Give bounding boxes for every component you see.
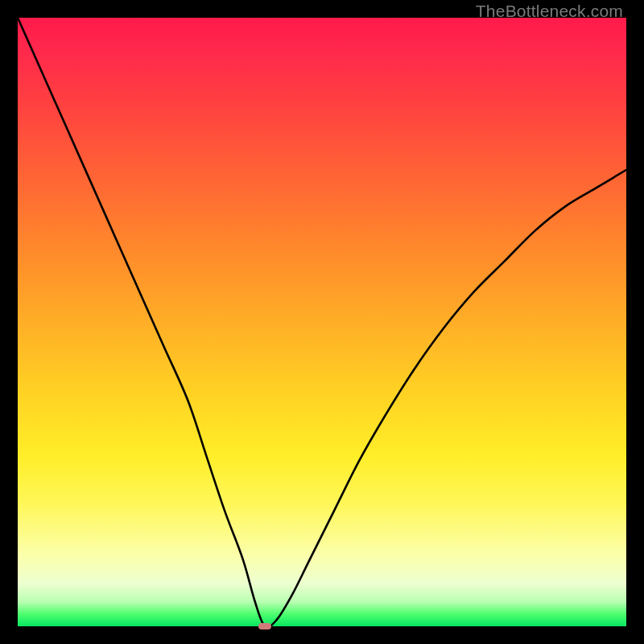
minimum-marker [258,623,271,630]
plot-outer [18,18,626,626]
bottleneck-curve [18,18,626,626]
chart-frame: TheBottleneck.com [0,0,644,644]
watermark-label: TheBottleneck.com [476,2,623,21]
